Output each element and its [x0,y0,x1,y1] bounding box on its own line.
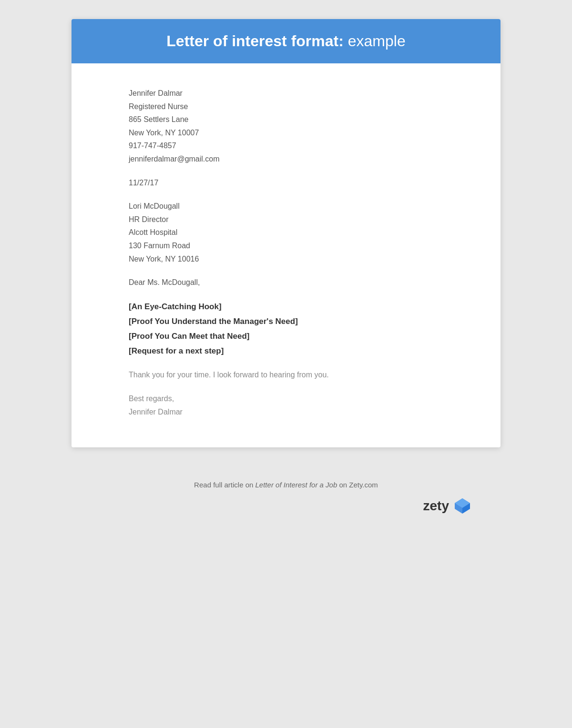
sign-off-name: Jennifer Dalmar [129,406,443,418]
hook-3: [Proof You Can Meet that Need] [129,330,443,343]
salutation-text: Dear Ms. McDougall, [129,276,443,289]
letter-card: Letter of interest format: example Jenni… [72,19,500,447]
salutation: Dear Ms. McDougall, [129,276,443,289]
page-wrapper: Letter of interest format: example Jenni… [72,19,500,535]
recipient-info: Lori McDougall HR Director Alcott Hospit… [129,200,443,265]
recipient-title: HR Director [129,213,443,226]
footer-on-text: on Zety.com [337,481,378,489]
sign-off-closing: Best regards, [129,393,443,405]
footer: Read full article on Letter of Interest … [72,466,500,535]
page-title: Letter of interest format: example [91,32,481,50]
footer-text: Read full article on Letter of Interest … [81,481,491,489]
zety-logo-icon [453,496,472,516]
zety-brand: zety [81,496,491,516]
closing-line-text: Thank you for your time. I look forward … [129,369,443,381]
recipient-city-state-zip: New York, NY 10016 [129,253,443,265]
zety-brand-name: zety [423,498,449,514]
body-hooks: [An Eye-Catching Hook] [Proof You Unders… [129,300,443,358]
recipient-company: Alcott Hospital [129,226,443,239]
letter-body: Jennifer Dalmar Registered Nurse 865 Set… [72,63,500,447]
sender-email: jenniferdalmar@gmail.com [129,153,443,165]
letter-date: 11/27/17 [129,177,443,189]
recipient-address: 130 Farnum Road [129,240,443,252]
closing-line: Thank you for your time. I look forward … [129,369,443,381]
sign-off: Best regards, Jennifer Dalmar [129,393,443,418]
footer-link-text[interactable]: Letter of Interest for a Job [255,481,337,489]
sender-info: Jennifer Dalmar Registered Nurse 865 Set… [129,87,443,165]
hook-4: [Request for a next step] [129,344,443,357]
recipient-name: Lori McDougall [129,200,443,212]
hook-2: [Proof You Understand the Manager's Need… [129,315,443,328]
sender-name: Jennifer Dalmar [129,87,443,100]
date-block: 11/27/17 [129,177,443,189]
title-bold: Letter of interest format: [166,32,344,50]
card-header: Letter of interest format: example [72,19,500,63]
sender-title: Registered Nurse [129,101,443,113]
footer-read-text: Read full article on [194,481,255,489]
title-regular: example [348,32,406,50]
sender-phone: 917-747-4857 [129,140,443,152]
sender-address: 865 Settlers Lane [129,113,443,126]
hook-1: [An Eye-Catching Hook] [129,300,443,313]
sender-city-state-zip: New York, NY 10007 [129,127,443,139]
